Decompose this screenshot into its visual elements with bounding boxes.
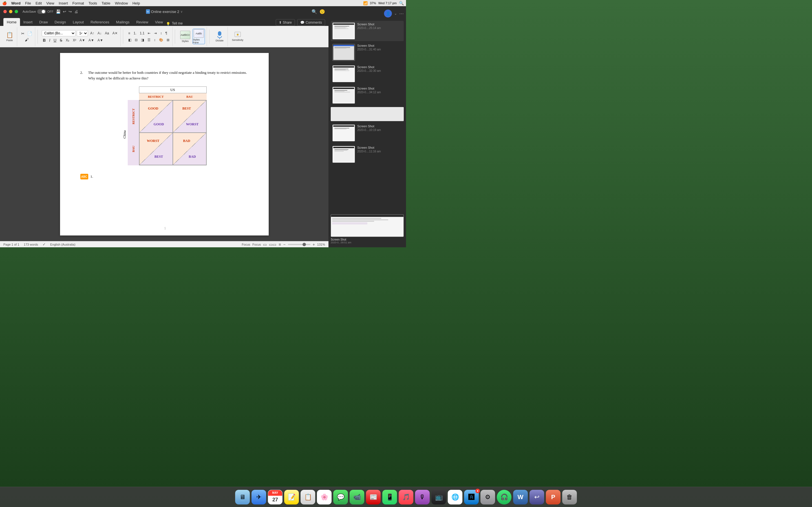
thumbnail-meta-5: Screen Shot 2020-0....10:19 am <box>357 124 381 142</box>
thumbnail-meta-3: Screen Shot 2020-0....32:30 am <box>357 65 381 82</box>
size-selector[interactable]: 14 <box>77 30 88 36</box>
menu-window[interactable]: Window <box>115 1 128 5</box>
expand-icon[interactable]: ⌄ <box>394 11 397 15</box>
zoom-out-button[interactable]: − <box>283 242 285 247</box>
menu-word[interactable]: Word <box>11 1 20 5</box>
search-toolbar-icon[interactable]: 🔍 <box>312 9 317 14</box>
format-painter-button[interactable]: 🖌 <box>24 37 30 43</box>
more-icon[interactable]: ⋯ <box>399 11 404 16</box>
show-marks-button[interactable]: ¶ <box>164 31 168 36</box>
font-shrink-button[interactable]: A↓ <box>96 31 103 36</box>
thumbnail-3[interactable]: Screen Shot 2020-0....32:30 am <box>331 64 404 84</box>
case-button[interactable]: Aa <box>104 31 110 36</box>
borders-button[interactable]: ⊞ <box>165 37 170 43</box>
autosave-switch[interactable] <box>37 9 46 14</box>
thumbnail-meta-1: Screen Shot 2020-0....25:14 am <box>357 22 381 40</box>
ribbon-sep-1 <box>38 30 38 44</box>
menu-edit[interactable]: Edit <box>36 1 42 5</box>
shading2-button[interactable]: 🎨 <box>158 37 164 43</box>
sort-button[interactable]: ↕ <box>159 31 163 36</box>
line-spacing-button[interactable]: ↕ <box>153 37 157 43</box>
font-color-button[interactable]: A▼ <box>87 38 95 43</box>
search-icon[interactable]: 🔍 <box>399 1 404 5</box>
tab-home[interactable]: Home <box>3 18 20 26</box>
menu-view[interactable]: View <box>46 1 54 5</box>
menu-tools[interactable]: Tools <box>89 1 97 5</box>
font-selector[interactable]: Calibri (Bo... <box>42 30 75 36</box>
sensitivity-button[interactable]: 🔒 Sensitivity <box>231 29 245 44</box>
cell-restrict-restrict: GOOD GOOD <box>139 100 173 133</box>
cut-button[interactable]: ✂ <box>20 31 26 36</box>
apple-menu[interactable]: 🍎 <box>2 1 7 5</box>
menu-table[interactable]: Table <box>101 1 110 5</box>
share-button[interactable]: ⬆ Share <box>276 19 295 26</box>
tab-layout[interactable]: Layout <box>69 18 87 26</box>
dictate-button[interactable]: Dictate <box>213 29 226 44</box>
strikethrough-button[interactable]: S̶ <box>59 38 63 43</box>
ribbon: 📋 Paste ✂ 📄 🖌 Calibri (Bo... 14 <box>0 26 328 47</box>
save-icon[interactable]: 💾 <box>56 9 61 14</box>
maximize-button[interactable] <box>15 10 18 13</box>
zoom-slider[interactable] <box>288 244 310 245</box>
cell-rr-bottom: GOOD <box>140 117 172 133</box>
bullet-list-button[interactable]: ≡ <box>127 31 132 36</box>
menu-help[interactable]: Help <box>133 1 140 5</box>
document-area[interactable]: 2. The outcome would be better for both … <box>0 47 328 241</box>
focus-button[interactable]: Focus <box>242 243 250 246</box>
print-icon[interactable]: 🖨 <box>74 9 78 14</box>
view-single-icon[interactable]: ▭ <box>263 242 267 247</box>
minimize-button[interactable] <box>9 10 12 13</box>
indent-increase-button[interactable]: ⇥ <box>153 31 158 36</box>
view-spread-icon[interactable]: ▭▭ <box>269 242 276 247</box>
clear-format-button[interactable]: A✕ <box>111 31 119 36</box>
underline-button[interactable]: U <box>52 38 57 43</box>
sensitivity-group: 🔒 Sensitivity <box>229 27 246 46</box>
tab-insert[interactable]: Insert <box>20 18 36 26</box>
multilevel-list-button[interactable]: 1.1 <box>139 31 146 36</box>
indent-decrease-button[interactable]: ⇤ <box>147 31 152 36</box>
bold-button[interactable]: B <box>42 38 47 43</box>
thumbnail-5[interactable]: Screen Shot 2020-0....10:19 am <box>331 123 404 143</box>
undo-icon[interactable]: ↩ <box>63 9 66 14</box>
styles-button[interactable]: AaBbCc Styles <box>179 29 192 44</box>
thumbnail-2[interactable]: Screen Shot 2020-0....31:40 am <box>331 42 404 62</box>
paste-button[interactable]: 📋 Paste <box>4 31 15 42</box>
menu-file[interactable]: File <box>25 1 31 5</box>
tell-me-button[interactable]: Tell me <box>170 21 185 26</box>
bottom-preview-img[interactable] <box>331 214 404 237</box>
tab-references[interactable]: References <box>87 18 112 26</box>
tab-view[interactable]: View <box>152 18 166 26</box>
superscript-button[interactable]: X² <box>71 38 77 43</box>
tab-mailings[interactable]: Mailings <box>113 18 133 26</box>
numbered-list-button[interactable]: 1. <box>133 31 138 36</box>
user-avatar[interactable]: 👤 <box>384 10 392 17</box>
thumbnail-6[interactable]: Screen Shot 2020-0....11:16 am <box>331 144 404 165</box>
italic-button[interactable]: I <box>48 38 51 43</box>
align-right-button[interactable]: ◨ <box>140 37 145 43</box>
justify-button[interactable]: ☰ <box>146 37 152 43</box>
view-list-icon[interactable]: ≡ <box>278 242 281 247</box>
thumbnail-1[interactable]: Screen Shot 2020-0....25:14 am <box>331 21 404 41</box>
tab-draw[interactable]: Draw <box>36 18 51 26</box>
comments-button[interactable]: 💬 Comments <box>297 19 325 26</box>
zoom-in-button[interactable]: + <box>313 242 315 247</box>
zoom-handle[interactable] <box>303 243 306 246</box>
emoji-icon[interactable]: 🙂 <box>319 9 325 14</box>
align-left-button[interactable]: ◧ <box>127 37 133 43</box>
thumbnail-4[interactable]: Screen Shot 2020-0....34:12 am <box>331 85 404 105</box>
menu-insert[interactable]: Insert <box>59 1 68 5</box>
styles-pane-button[interactable]: AaBb Styles Pane <box>193 29 205 44</box>
game-matrix-wrapper: US RESTRICT BAU China RESTRICT <box>122 87 207 165</box>
title-bar-controls: AutoSave OFF 💾 ↩ ↪ 🖨 <box>22 9 78 14</box>
tab-review[interactable]: Review <box>133 18 152 26</box>
redo-icon[interactable]: ↪ <box>68 9 72 14</box>
shading-button[interactable]: A▼ <box>96 38 104 43</box>
tab-design[interactable]: Design <box>51 18 69 26</box>
highlight-button[interactable]: A▼ <box>79 38 86 43</box>
font-grow-button[interactable]: A↑ <box>89 31 95 36</box>
menu-format[interactable]: Format <box>72 1 84 5</box>
subscript-button[interactable]: X₂ <box>64 38 70 43</box>
close-button[interactable] <box>3 10 7 13</box>
copy-button[interactable]: 📄 <box>26 31 33 36</box>
align-center-button[interactable]: ⊟ <box>134 37 139 43</box>
